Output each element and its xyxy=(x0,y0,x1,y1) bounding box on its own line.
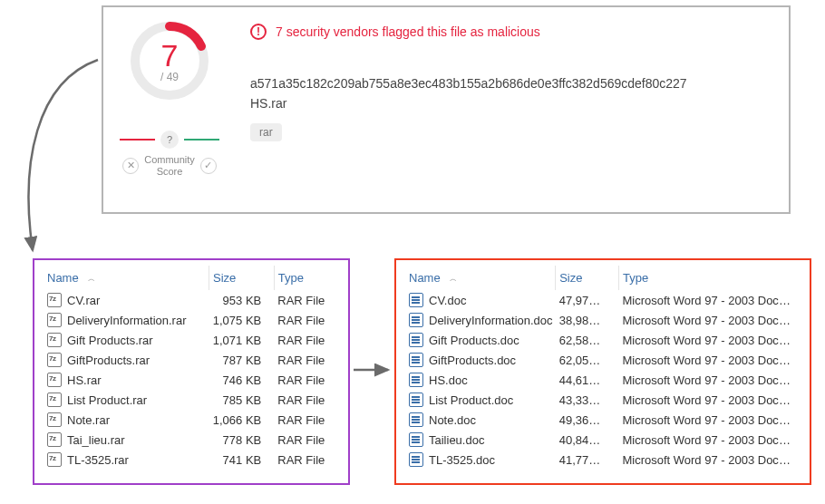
file-size: 787 KB xyxy=(209,350,275,370)
file-size: 62,053 KB xyxy=(556,350,619,370)
archive-icon xyxy=(47,432,62,447)
col-type[interactable]: Type xyxy=(618,266,801,290)
file-hash: a571a35c182c209ab755a8e3ec483b155a2b686d… xyxy=(250,74,774,94)
table-header-row: Name︿ Size Type xyxy=(44,266,339,290)
word-doc-icon xyxy=(409,412,423,427)
file-type: Microsoft Word 97 - 2003 Document xyxy=(618,450,801,470)
table-row[interactable]: CV.rar953 KBRAR File xyxy=(44,290,339,310)
check-icon[interactable]: ✓ xyxy=(200,158,217,174)
file-name: Tailieu.doc xyxy=(429,433,484,447)
col-size[interactable]: Size xyxy=(209,266,275,290)
file-name: Gift Products.rar xyxy=(67,334,153,347)
file-name: HS.rar xyxy=(250,96,774,111)
detection-score: 7 xyxy=(127,38,212,73)
doc-files-table: Name︿ Size Type CV.doc47,974 KBMicrosoft… xyxy=(405,266,801,470)
table-row[interactable]: GiftProducts.rar787 KBRAR File xyxy=(44,350,339,370)
table-row[interactable]: TL-3525.rar741 KBRAR File xyxy=(44,450,339,470)
file-type: Microsoft Word 97 - 2003 Document xyxy=(618,430,801,450)
col-name[interactable]: Name︿ xyxy=(405,266,556,290)
table-row[interactable]: CV.doc47,974 KBMicrosoft Word 97 - 2003 … xyxy=(405,290,801,310)
file-type: RAR File xyxy=(274,430,339,450)
archive-icon xyxy=(47,293,62,307)
file-name-cell: GiftProducts.rar xyxy=(44,350,209,370)
file-type: RAR File xyxy=(274,390,339,410)
table-row[interactable]: Gift Products.rar1,071 KBRAR File xyxy=(44,330,339,350)
file-name: Tai_lieu.rar xyxy=(67,433,125,447)
file-type: Microsoft Word 97 - 2003 Document xyxy=(618,410,801,430)
table-row[interactable]: List Product.doc43,331 KBMicrosoft Word … xyxy=(405,390,801,410)
word-doc-icon xyxy=(409,452,423,467)
archive-icon xyxy=(47,373,62,387)
doc-files-panel: Name︿ Size Type CV.doc47,974 KBMicrosoft… xyxy=(394,258,811,485)
sort-asc-icon: ︿ xyxy=(450,275,457,283)
file-size: 40,842 KB xyxy=(556,430,619,450)
file-name-cell: List Product.rar xyxy=(44,390,209,410)
file-type: Microsoft Word 97 - 2003 Document xyxy=(618,390,801,410)
alert-icon: ! xyxy=(250,24,267,40)
file-size: 1,075 KB xyxy=(209,310,275,330)
table-row[interactable]: Tailieu.doc40,842 KBMicrosoft Word 97 - … xyxy=(405,430,801,450)
table-row[interactable]: Note.doc49,360 KBMicrosoft Word 97 - 200… xyxy=(405,410,801,430)
virustotal-card: 7 / 49 ? ✕ Community Score ✓ ! 7 securit… xyxy=(102,5,791,214)
file-name: Note.rar xyxy=(67,413,110,427)
file-type: Microsoft Word 97 - 2003 Document xyxy=(618,310,801,330)
file-type: Microsoft Word 97 - 2003 Document xyxy=(618,350,801,370)
file-name: TL-3525.doc xyxy=(429,453,495,467)
col-type[interactable]: Type xyxy=(274,266,339,290)
file-type: Microsoft Word 97 - 2003 Document xyxy=(618,290,801,310)
file-name: GiftProducts.doc xyxy=(429,354,516,367)
col-size[interactable]: Size xyxy=(556,266,619,290)
rar-files-panel: Name︿ Size Type CV.rar953 KBRAR FileDeli… xyxy=(33,258,350,485)
file-size: 43,331 KB xyxy=(556,390,619,410)
file-name-cell: Tai_lieu.rar xyxy=(44,430,209,450)
table-row[interactable]: DeliveryInformation.doc38,985 KBMicrosof… xyxy=(405,310,801,330)
file-size: 62,584 KB xyxy=(556,330,619,350)
archive-icon xyxy=(47,313,62,327)
file-name: Note.doc xyxy=(429,413,476,427)
table-row[interactable]: Tai_lieu.rar778 KBRAR File xyxy=(44,430,339,450)
word-doc-icon xyxy=(409,353,423,367)
detection-total: / 49 xyxy=(127,71,212,83)
file-size: 746 KB xyxy=(209,370,275,390)
file-size: 44,610 KB xyxy=(556,370,619,390)
word-doc-icon xyxy=(409,293,423,307)
col-name[interactable]: Name︿ xyxy=(44,266,209,290)
file-name-cell: GiftProducts.doc xyxy=(405,350,556,370)
table-row[interactable]: Note.rar1,066 KBRAR File xyxy=(44,410,339,430)
table-row[interactable]: Gift Products.doc62,584 KBMicrosoft Word… xyxy=(405,330,801,350)
archive-icon xyxy=(47,333,62,347)
file-name: List Product.doc xyxy=(429,393,513,407)
file-type: RAR File xyxy=(274,290,339,310)
file-name: CV.doc xyxy=(429,294,466,307)
table-row[interactable]: HS.rar746 KBRAR File xyxy=(44,370,339,390)
file-type: RAR File xyxy=(274,370,339,390)
file-size: 38,985 KB xyxy=(556,310,619,330)
help-icon[interactable]: ? xyxy=(160,131,179,149)
file-name: HS.doc xyxy=(429,373,468,387)
file-name: Gift Products.doc xyxy=(429,334,519,347)
archive-icon xyxy=(47,393,62,407)
table-row[interactable]: HS.doc44,610 KBMicrosoft Word 97 - 2003 … xyxy=(405,370,801,390)
file-name: DeliveryInformation.rar xyxy=(67,314,187,327)
table-row[interactable]: TL-3525.doc41,772 KBMicrosoft Word 97 - … xyxy=(405,450,801,470)
file-size: 778 KB xyxy=(209,430,275,450)
community-bar-positive xyxy=(184,139,219,141)
table-row[interactable]: GiftProducts.doc62,053 KBMicrosoft Word … xyxy=(405,350,801,370)
file-type-tag: rar xyxy=(250,123,282,141)
file-type: RAR File xyxy=(274,410,339,430)
file-size: 953 KB xyxy=(209,290,275,310)
file-name-cell: CV.rar xyxy=(44,290,209,310)
file-size: 785 KB xyxy=(209,390,275,410)
word-doc-icon xyxy=(409,373,423,387)
file-size: 1,066 KB xyxy=(209,410,275,430)
file-name-cell: Note.doc xyxy=(405,410,556,430)
table-row[interactable]: DeliveryInformation.rar1,075 KBRAR File xyxy=(44,310,339,330)
file-size: 47,974 KB xyxy=(556,290,619,310)
table-row[interactable]: List Product.rar785 KBRAR File xyxy=(44,390,339,410)
file-type: RAR File xyxy=(274,310,339,330)
file-name: GiftProducts.rar xyxy=(67,354,150,367)
file-name-cell: Note.rar xyxy=(44,410,209,430)
file-name-cell: Gift Products.doc xyxy=(405,330,556,350)
file-name-cell: DeliveryInformation.rar xyxy=(44,310,209,330)
file-type: Microsoft Word 97 - 2003 Document xyxy=(618,370,801,390)
